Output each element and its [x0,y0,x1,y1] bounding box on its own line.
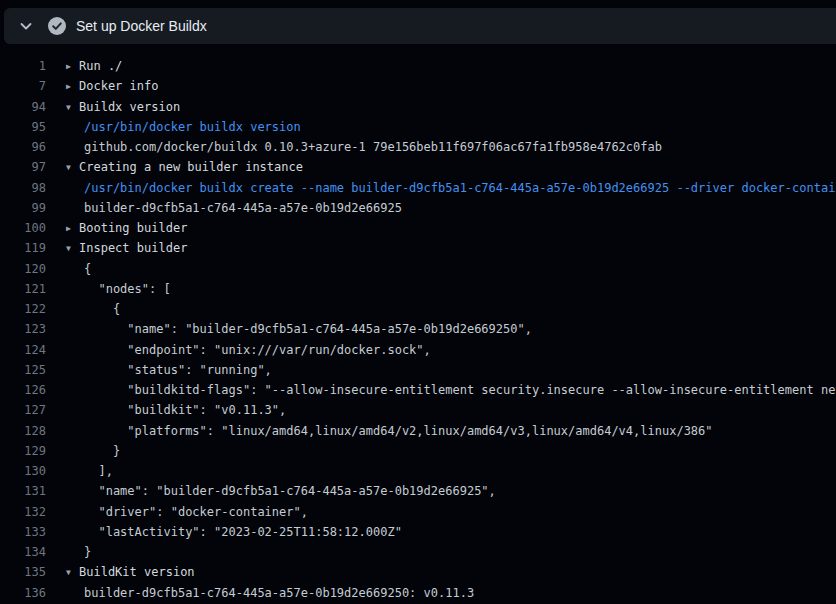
triangle-collapsed-icon[interactable]: ▶ [66,219,79,238]
log-line-content: "name": "builder-d9cfb5a1-c764-445a-a57e… [66,481,496,501]
log-line-row: 136builder-d9cfb5a1-c764-445a-a57e-0b19d… [0,583,836,603]
log-line-row: 128 "platforms": "linux/amd64,linux/amd6… [0,421,836,441]
group-title: Creating a new builder instance [79,160,303,174]
line-number[interactable]: 122 [0,299,46,319]
group-title: Booting builder [79,221,187,235]
log-line-content: /usr/bin/docker buildx version [66,117,301,137]
log-line-row: 122 { [0,299,836,319]
log-line-content: "buildkit": "v0.11.3", [66,400,286,420]
triangle-collapsed-icon[interactable]: ▶ [66,57,79,76]
log-line-content: "status": "running", [66,360,272,380]
log-line-content: "driver": "docker-container", [66,502,308,522]
check-circle-icon [47,16,67,36]
log-line-content: builder-d9cfb5a1-c764-445a-a57e-0b19d2e6… [66,198,402,218]
log-line-row: 132 "driver": "docker-container", [0,502,836,522]
line-number[interactable]: 132 [0,502,46,522]
log-line-content: } [66,441,120,461]
line-number[interactable]: 94 [0,97,46,117]
log-line-row: 130 ], [0,461,836,481]
log-group-row[interactable]: 119▼Inspect builder [0,238,836,258]
line-number[interactable]: 135 [0,562,46,582]
line-number[interactable]: 126 [0,380,46,400]
triangle-expanded-icon[interactable]: ▼ [66,158,79,177]
log-line-row: 125 "status": "running", [0,360,836,380]
log-line-content: ▶Booting builder [66,218,187,238]
log-group-row[interactable]: 135▼BuildKit version [0,562,836,582]
line-number[interactable]: 129 [0,441,46,461]
log-line-content: "nodes": [ [66,279,171,299]
log-line-content: /usr/bin/docker buildx create --name bui… [66,178,836,198]
log-line-content: "platforms": "linux/amd64,linux/amd64/v2… [66,421,713,441]
log-viewer: 1▶Run ./7▶Docker info94▼Buildx version95… [0,56,836,603]
line-number[interactable]: 128 [0,421,46,441]
log-line-content: ▼Buildx version [66,97,180,117]
log-line-content: "lastActivity": "2023-02-25T11:58:12.000… [66,522,402,542]
log-line-content: ▼Inspect builder [66,238,187,258]
log-line-content: ▶Run ./ [66,56,122,76]
line-number[interactable]: 136 [0,583,46,603]
group-title: Docker info [79,79,158,93]
log-line-row: 129 } [0,441,836,461]
log-line-content: } [66,542,91,562]
triangle-expanded-icon[interactable]: ▼ [66,239,79,258]
log-line-row: 133 "lastActivity": "2023-02-25T11:58:12… [0,522,836,542]
log-line-row: 95/usr/bin/docker buildx version [0,117,836,137]
line-number[interactable]: 133 [0,522,46,542]
line-number[interactable]: 119 [0,238,46,258]
step-title: Set up Docker Buildx [76,18,207,34]
line-number[interactable]: 125 [0,360,46,380]
line-number[interactable]: 131 [0,481,46,501]
log-line-content: ▼BuildKit version [66,562,195,582]
line-number[interactable]: 124 [0,340,46,360]
log-line-content: ▼Creating a new builder instance [66,157,303,177]
log-line-row: 124 "endpoint": "unix:///var/run/docker.… [0,340,836,360]
log-group-row[interactable]: 100▶Booting builder [0,218,836,238]
log-line-row: 126 "buildkitd-flags": "--allow-insecure… [0,380,836,400]
line-number[interactable]: 134 [0,542,46,562]
log-line-row: 127 "buildkit": "v0.11.3", [0,400,836,420]
log-group-row[interactable]: 1▶Run ./ [0,56,836,76]
log-line-row: 131 "name": "builder-d9cfb5a1-c764-445a-… [0,481,836,501]
line-number[interactable]: 96 [0,137,46,157]
log-line-row: 120{ [0,259,836,279]
line-number[interactable]: 127 [0,400,46,420]
line-number[interactable]: 123 [0,319,46,339]
group-title: BuildKit version [79,565,195,579]
log-line-content: ], [66,461,113,481]
group-title: Buildx version [79,100,180,114]
log-group-row[interactable]: 97▼Creating a new builder instance [0,157,836,177]
log-line-content: { [66,259,91,279]
triangle-expanded-icon[interactable]: ▼ [66,563,79,582]
step-header[interactable]: Set up Docker Buildx [4,8,836,44]
line-number[interactable]: 120 [0,259,46,279]
triangle-expanded-icon[interactable]: ▼ [66,98,79,117]
chevron-down-icon[interactable] [18,18,34,34]
log-line-content: { [66,299,120,319]
group-title: Run ./ [79,59,122,73]
log-line-content: ▶Docker info [66,76,158,96]
group-title: Inspect builder [79,241,187,255]
triangle-collapsed-icon[interactable]: ▶ [66,77,79,96]
log-group-row[interactable]: 94▼Buildx version [0,97,836,117]
line-number[interactable]: 100 [0,218,46,238]
log-line-content: "name": "builder-d9cfb5a1-c764-445a-a57e… [66,319,532,339]
log-line-row: 134} [0,542,836,562]
line-number[interactable]: 7 [0,76,46,96]
log-group-row[interactable]: 7▶Docker info [0,76,836,96]
log-line-content: github.com/docker/buildx 0.10.3+azure-1 … [66,137,662,157]
line-number[interactable]: 121 [0,279,46,299]
line-number[interactable]: 97 [0,157,46,177]
line-number[interactable]: 95 [0,117,46,137]
log-line-row: 96github.com/docker/buildx 0.10.3+azure-… [0,137,836,157]
log-line-content: builder-d9cfb5a1-c764-445a-a57e-0b19d2e6… [66,583,474,603]
log-line-content: "buildkitd-flags": "--allow-insecure-ent… [66,380,836,400]
log-line-row: 99builder-d9cfb5a1-c764-445a-a57e-0b19d2… [0,198,836,218]
log-line-row: 121 "nodes": [ [0,279,836,299]
log-line-row: 98/usr/bin/docker buildx create --name b… [0,178,836,198]
line-number[interactable]: 1 [0,56,46,76]
line-number[interactable]: 130 [0,461,46,481]
line-number[interactable]: 98 [0,178,46,198]
log-line-row: 123 "name": "builder-d9cfb5a1-c764-445a-… [0,319,836,339]
log-line-content: "endpoint": "unix:///var/run/docker.sock… [66,340,431,360]
line-number[interactable]: 99 [0,198,46,218]
